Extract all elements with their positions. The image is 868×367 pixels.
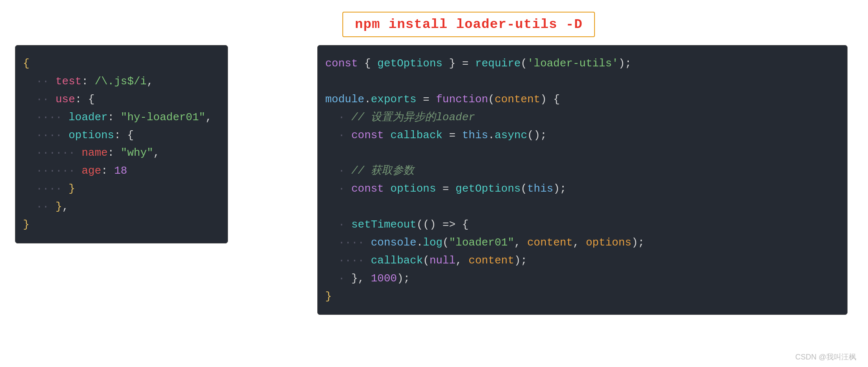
code-line: · // 设置为异步的loader xyxy=(325,109,840,127)
code-line: ···· console.log("loader01", content, op… xyxy=(325,234,840,252)
code-line: ······ age: 18 xyxy=(23,162,220,180)
npm-command-text: npm install loader-utils -D xyxy=(355,17,582,32)
code-block-right: const { getOptions } = require('loader-u… xyxy=(317,45,848,315)
code-line: ·· test: /\.js$/i, xyxy=(23,73,220,91)
code-line: · }, 1000); xyxy=(325,270,840,288)
code-line: ···· } xyxy=(23,180,220,198)
code-line: ·· }, xyxy=(23,198,220,216)
code-line: · // 获取参数 xyxy=(325,162,840,180)
npm-command-box: npm install loader-utils -D xyxy=(342,12,595,37)
code-line: ···· loader: "hy-loader01", xyxy=(23,109,220,127)
code-line: module.exports = function(content) { xyxy=(325,91,840,109)
code-line: · setTimeout(() => { xyxy=(325,216,840,234)
code-line-empty xyxy=(325,73,840,91)
code-line: · const callback = this.async(); xyxy=(325,127,840,144)
code-line: ···· options: { xyxy=(23,127,220,144)
watermark-text: CSDN @我叫汪枫 xyxy=(795,353,856,361)
code-line: ·· use: { xyxy=(23,91,220,109)
code-line: ······ name: "why", xyxy=(23,144,220,162)
code-block-left: { ·· test: /\.js$/i, ·· use: { ···· load… xyxy=(15,45,228,243)
code-line: } xyxy=(23,216,220,234)
page-container: npm install loader-utils -D { ·· test: /… xyxy=(0,0,868,367)
code-line: ···· callback(null, content); xyxy=(325,252,840,270)
code-line-empty xyxy=(325,198,840,216)
watermark: CSDN @我叫汪枫 xyxy=(795,352,856,362)
code-line-empty xyxy=(325,144,840,162)
code-line: } xyxy=(325,288,840,306)
code-line: · const options = getOptions(this); xyxy=(325,180,840,198)
code-line: { xyxy=(23,55,220,73)
code-line: const { getOptions } = require('loader-u… xyxy=(325,55,840,73)
